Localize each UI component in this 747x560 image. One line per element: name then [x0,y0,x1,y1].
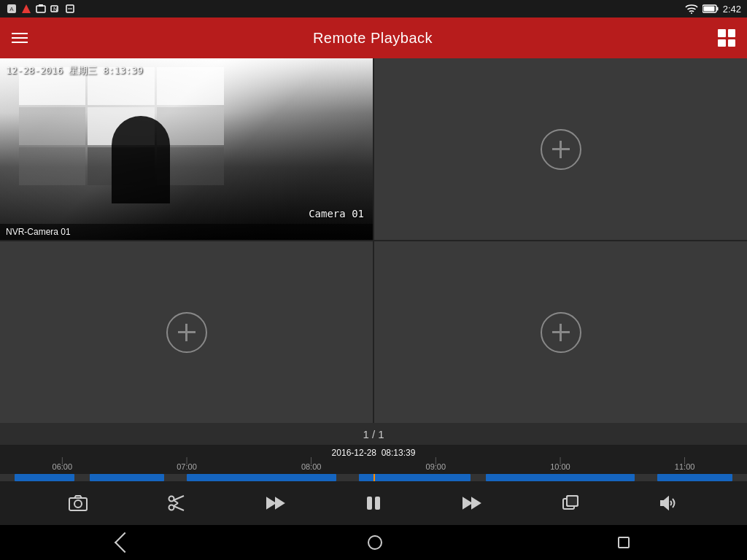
page-indicator: 1 / 1 [363,428,384,440]
svg-rect-11 [716,7,718,11]
add-channel-3-button[interactable] [166,312,207,353]
back-button[interactable] [117,535,132,550]
timeline-track[interactable] [0,474,747,481]
recent-button[interactable] [618,537,630,548]
svg-marker-21 [267,498,275,508]
home-button[interactable] [368,535,382,550]
app-bar: Remote Playback [0,18,747,58]
svg-point-9 [691,12,692,14]
svg-point-14 [74,500,82,508]
svg-point-16 [169,505,174,510]
timeline-segment-3 [187,474,336,481]
svg-text:N: N [53,6,58,12]
status-icons-right: 2:42 [685,4,741,15]
menu-button[interactable] [12,33,28,43]
page-indicator-bar: 1 / 1 [0,423,747,445]
svg-marker-26 [472,498,480,508]
tick-1000: 10:00 [550,462,570,471]
fastforward-icon [462,493,482,513]
timeline-datetime: 2016-12-28 08:13:39 [332,448,416,458]
svg-rect-12 [703,7,714,12]
layout-grid-button[interactable] [718,29,735,47]
channel-icon [560,493,581,513]
volume-icon [658,493,678,513]
rewind-button[interactable] [259,487,291,519]
timeline-segment-4 [359,474,471,481]
status-time: 2:42 [723,4,741,15]
rewind-icon [265,493,285,513]
tick-1100: 11:00 [675,462,695,471]
camera-icon [68,493,88,513]
volume-button[interactable] [652,487,684,519]
video-grid: 12-28-2016 星期三 8:13:39 Camera 01 NVR-Cam… [0,58,747,423]
fastforward-button[interactable] [456,487,488,519]
app-icon-5 [64,3,76,15]
app-icon-1: A [6,3,18,15]
video-cell-2[interactable] [374,58,747,240]
svg-rect-23 [368,497,371,509]
app-title: Remote Playback [313,30,433,47]
svg-rect-4 [39,4,43,7]
screenshot-button[interactable] [62,487,94,519]
app-icon-2 [20,3,32,15]
battery-icon [703,4,719,13]
video-cell-4[interactable] [374,241,747,423]
svg-line-20 [174,503,178,506]
camera-timestamp: 12-28-2016 星期三 8:13:39 [6,64,143,77]
add-channel-4-button[interactable] [541,312,581,353]
svg-rect-24 [376,497,379,509]
add-channel-2-button[interactable] [541,129,581,170]
svg-marker-25 [463,498,471,508]
wifi-icon [685,4,698,14]
tick-0700: 07:00 [177,462,197,471]
status-bar: A N 2:42 [0,0,747,18]
person-silhouette [112,116,170,203]
pause-button[interactable] [357,487,390,519]
tick-0800: 08:00 [301,462,322,471]
nav-bar [0,525,747,560]
scissors-icon [166,493,187,513]
svg-marker-2 [22,4,31,13]
svg-line-17 [174,496,184,500]
channel-button[interactable] [554,487,587,519]
video-cell-3[interactable] [0,241,373,423]
svg-rect-28 [567,496,578,506]
camera-label: Camera 01 [309,208,364,219]
svg-point-15 [169,497,174,502]
timeline-cursor [374,474,375,481]
clip-button[interactable] [160,487,193,519]
svg-rect-3 [36,6,45,12]
timeline-segment-6 [657,474,732,481]
app-icon-3 [35,3,47,15]
app-icon-4: N [50,3,61,15]
status-icons-left: A N [6,3,76,15]
controls-bar [0,481,747,525]
svg-text:A: A [9,6,14,12]
timeline-segment-1 [15,474,74,481]
timeline-segment-2 [90,474,164,481]
tick-0900: 09:00 [426,462,446,471]
timeline-segment-5 [486,474,635,481]
video-cell-1[interactable]: 12-28-2016 星期三 8:13:39 Camera 01 NVR-Cam… [0,58,373,240]
pause-icon [363,493,384,513]
camera-name-bar: NVR-Camera 01 [0,224,373,240]
timeline-ticks: 06:00 07:00 08:00 09:00 10:00 11:00 [0,462,747,471]
tick-0600: 06:00 [53,462,73,471]
timeline-bar[interactable]: 2016-12-28 08:13:39 06:00 07:00 08:00 09… [0,445,747,481]
svg-marker-22 [276,498,284,508]
svg-marker-30 [661,497,668,509]
svg-line-18 [174,506,184,510]
